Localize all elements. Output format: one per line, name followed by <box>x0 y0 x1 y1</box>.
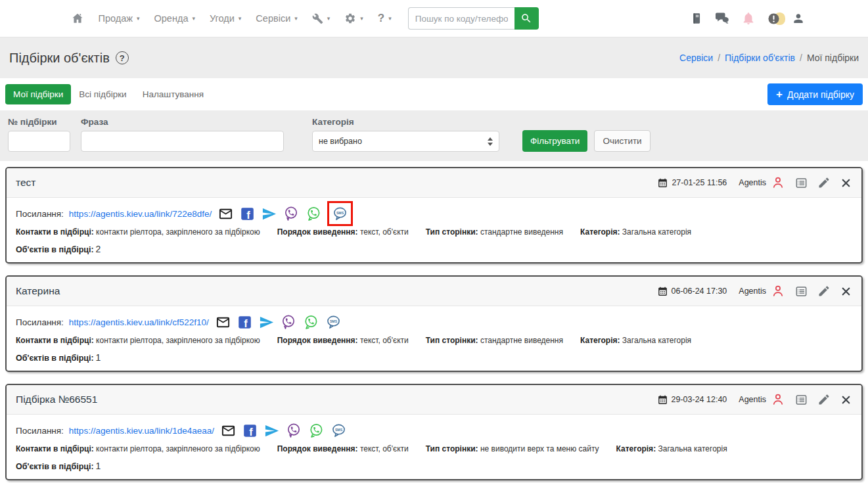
owner-person-icon[interactable] <box>771 284 785 298</box>
tab-settings[interactable]: Налаштування <box>135 84 212 104</box>
notifications-button[interactable] <box>741 11 756 26</box>
nav-help-menu[interactable]: ? ▾ <box>371 7 399 30</box>
contacts-label: Контакти в підбірці: <box>16 227 94 237</box>
viber-share-button[interactable] <box>286 423 302 438</box>
gear-icon <box>344 12 356 24</box>
details-list-button[interactable] <box>794 285 808 298</box>
breadcrumb: Сервіси / Підбірки об'єктів / Мої підбір… <box>679 53 859 63</box>
tab-all-collections[interactable]: Всі підбірки <box>71 84 134 104</box>
sms-share-button[interactable] <box>325 314 342 330</box>
phrase-input[interactable] <box>81 131 284 152</box>
page-type-value: не виводити верх та меню сайту <box>480 444 599 453</box>
filter-panel: № підбірки Фраза Категорія не вибрано Фі… <box>0 110 868 161</box>
email-share-button[interactable] <box>218 206 233 221</box>
facebook-share-button[interactable] <box>242 423 258 438</box>
nav-item-services[interactable]: Сервіси ▾ <box>248 8 304 29</box>
collection-number-input[interactable] <box>8 131 70 152</box>
delete-button[interactable] <box>840 394 852 406</box>
category-label: Категорія: <box>616 444 656 453</box>
edit-button[interactable] <box>817 176 831 189</box>
calendar-icon <box>657 394 668 405</box>
telegram-share-button[interactable] <box>264 423 279 438</box>
delete-button[interactable] <box>840 177 852 189</box>
nav-item-rent[interactable]: Оренда ▾ <box>147 8 202 29</box>
whatsapp-icon <box>308 423 324 438</box>
filter-button[interactable]: Фільтрувати <box>522 130 587 152</box>
viber-icon <box>283 206 299 221</box>
collection-title: тест <box>16 177 35 189</box>
journal-icon[interactable] <box>690 12 703 25</box>
add-collection-button[interactable]: + Додати підбірку <box>767 83 863 105</box>
telegram-share-button[interactable] <box>259 315 274 330</box>
edit-button[interactable] <box>817 393 831 406</box>
objects-count-label: Об'єктів в підбірці: <box>16 354 94 363</box>
owner-person-icon[interactable] <box>771 175 785 190</box>
pencil-icon <box>817 285 831 298</box>
details-list-button[interactable] <box>794 393 808 407</box>
messages-icon[interactable] <box>714 11 730 26</box>
email-icon <box>218 206 233 221</box>
breadcrumb-link-collections[interactable]: Підбірки об'єктів <box>725 53 795 63</box>
question-mark-icon: ? <box>378 12 384 25</box>
sms-share-button[interactable] <box>332 206 348 221</box>
alerts-button[interactable] <box>767 12 781 26</box>
page-type-label: Тип сторінки: <box>426 227 478 237</box>
facebook-share-button[interactable] <box>240 206 255 221</box>
viber-share-button[interactable] <box>281 314 296 330</box>
viber-share-button[interactable] <box>283 206 299 221</box>
page-type-value: стандартне виведення <box>480 336 563 345</box>
nav-item-deals[interactable]: Угоди ▾ <box>202 8 248 29</box>
email-share-button[interactable] <box>221 423 236 438</box>
telegram-share-button[interactable] <box>262 206 277 221</box>
objects-count-label: Об'єктів в підбірці: <box>16 245 94 254</box>
calendar-icon <box>657 286 668 297</box>
order-value: текст, об'єкти <box>360 336 409 345</box>
order-label: Порядок виведення: <box>277 336 358 345</box>
caret-down-icon: ▾ <box>294 16 298 22</box>
facebook-share-button[interactable] <box>237 315 252 330</box>
edit-button[interactable] <box>817 285 831 298</box>
collection-date: 29-03-24 12:40 <box>672 395 727 404</box>
category-select[interactable]: не вибрано <box>312 131 499 152</box>
page-help-icon[interactable]: ? <box>116 51 129 64</box>
facebook-icon <box>240 206 255 221</box>
details-list-button[interactable] <box>794 176 808 190</box>
category-select-value: не вибрано <box>319 137 362 146</box>
whatsapp-icon <box>306 206 321 221</box>
sms-icon <box>332 206 348 221</box>
home-button[interactable] <box>64 7 91 30</box>
wrench-icon <box>312 13 323 24</box>
breadcrumb-link-services[interactable]: Сервіси <box>679 53 713 63</box>
sms-share-button[interactable] <box>331 423 347 438</box>
nav-tools-menu[interactable]: ▾ <box>305 8 338 30</box>
link-label: Посилання: <box>16 426 64 436</box>
telegram-icon <box>259 315 274 330</box>
collection-title: Катерина <box>16 285 60 297</box>
whatsapp-share-button[interactable] <box>303 314 319 330</box>
whatsapp-share-button[interactable] <box>308 423 324 438</box>
search-input[interactable] <box>408 7 514 30</box>
collection-link[interactable]: https://agentis.kiev.ua/link/cf522f10/ <box>69 317 209 327</box>
caret-down-icon: ▾ <box>388 16 392 22</box>
clear-button[interactable]: Очистити <box>594 130 650 152</box>
nav-item-label: Оренда <box>154 13 189 24</box>
contacts-value: контакти ріелтора, закріпленого за підбі… <box>96 336 260 345</box>
email-share-button[interactable] <box>216 315 231 330</box>
whatsapp-share-button[interactable] <box>306 206 321 221</box>
delete-button[interactable] <box>840 285 852 298</box>
collection-link[interactable]: https://agentis.kiev.ua/link/1de4aeaa/ <box>69 426 214 436</box>
contacts-value: контакти ріелтора, закріпленого за підбі… <box>96 444 260 453</box>
owner-person-icon[interactable] <box>771 392 785 407</box>
page-type-value: стандартне виведення <box>480 227 563 237</box>
collection-title: Підбірка №66551 <box>16 394 97 405</box>
search-button[interactable] <box>514 7 539 30</box>
nav-settings-menu[interactable]: ▾ <box>337 7 371 30</box>
telegram-icon <box>262 206 277 221</box>
collection-link[interactable]: https://agentis.kiev.ua/link/722e8dfe/ <box>69 209 212 219</box>
nav-item-sale[interactable]: Продаж ▾ <box>91 8 147 29</box>
page-type-label: Тип сторінки: <box>426 444 478 453</box>
profile-button[interactable] <box>792 12 805 25</box>
sms-icon <box>331 423 347 438</box>
tab-my-collections[interactable]: Мої підбірки <box>5 84 71 104</box>
home-icon <box>71 12 84 25</box>
